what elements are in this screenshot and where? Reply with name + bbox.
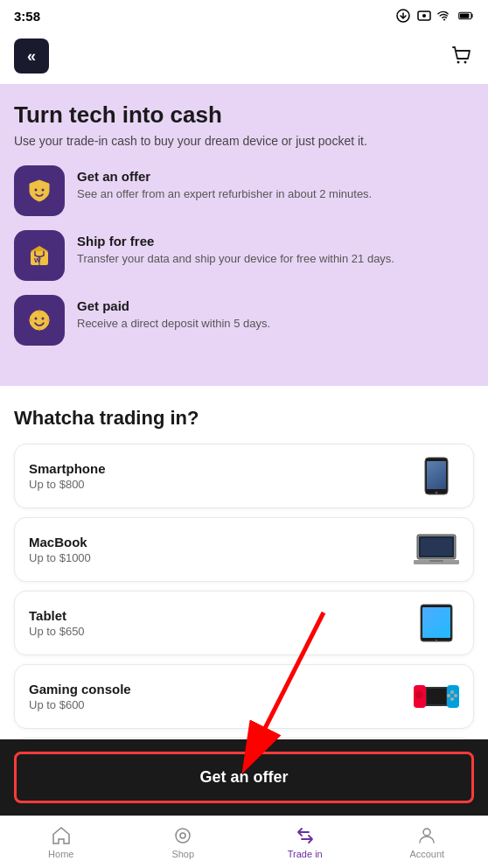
step-paid-text: Get paid Receive a direct deposit within…	[77, 295, 270, 332]
trade-item-macbook-name: MacBook	[29, 535, 91, 550]
svg-point-34	[450, 697, 454, 701]
svg-point-39	[176, 829, 190, 843]
svg-rect-22	[429, 560, 443, 562]
svg-rect-26	[422, 607, 450, 638]
step-offer-desc: See an offer from an expert refurbisher …	[77, 186, 372, 202]
back-icon: «	[27, 47, 36, 66]
top-nav: «	[0, 32, 488, 84]
tablet-thumb	[414, 604, 459, 642]
svg-point-2	[422, 14, 426, 18]
status-bar: 3:58	[0, 0, 488, 32]
svg-point-7	[464, 61, 467, 64]
svg-point-40	[180, 833, 185, 838]
smile-coin-icon	[26, 307, 52, 333]
nav-item-home[interactable]: Home	[0, 825, 122, 859]
svg-rect-23	[421, 538, 452, 556]
battery-icon	[458, 8, 474, 24]
nav-account-label: Account	[409, 849, 444, 859]
svg-point-8	[35, 189, 38, 192]
nav-item-account[interactable]: Account	[366, 825, 489, 859]
svg-point-6	[457, 61, 460, 64]
svg-point-12	[30, 311, 49, 330]
svg-rect-17	[427, 461, 446, 489]
download-icon	[395, 8, 411, 24]
trade-item-tablet[interactable]: Tablet Up to $650	[14, 591, 474, 655]
nav-home-label: Home	[48, 849, 73, 859]
trade-item-console[interactable]: Gaming console Up to $600	[14, 664, 474, 729]
back-button[interactable]: «	[14, 38, 49, 74]
step-ship-desc: Transfer your data and ship your device …	[77, 251, 394, 267]
step-ship: W Ship for free Transfer your data and s…	[14, 230, 474, 281]
svg-point-13	[35, 318, 38, 320]
svg-point-31	[415, 691, 422, 698]
trading-title: Whatcha trading in?	[14, 407, 474, 430]
hero-title: Turn tech into cash	[14, 102, 474, 129]
trade-in-icon	[295, 825, 316, 846]
cart-icon[interactable]	[450, 44, 474, 68]
storage-icon	[416, 8, 432, 24]
nav-item-trade-in[interactable]: Trade in	[244, 825, 366, 859]
svg-point-14	[42, 318, 45, 320]
bottom-nav: Home Shop Trade in Account	[0, 816, 488, 868]
trade-item-console-name: Gaming console	[29, 682, 131, 696]
svg-point-35	[447, 694, 450, 697]
trade-item-smartphone-name: Smartphone	[29, 461, 106, 476]
status-icons	[395, 8, 474, 24]
account-icon	[416, 825, 437, 846]
shield-smile-icon	[26, 178, 52, 204]
step-offer-icon-box	[14, 165, 65, 216]
svg-point-32	[450, 690, 454, 694]
step-ship-icon-box: W	[14, 230, 65, 281]
trade-item-tablet-price: Up to $650	[29, 625, 85, 638]
get-offer-button[interactable]: Get an offer	[14, 752, 474, 803]
nav-shop-label: Shop	[171, 849, 194, 859]
trade-item-smartphone-price: Up to $800	[29, 478, 106, 491]
hero-subtitle: Use your trade-in cash to buy your dream…	[14, 134, 474, 148]
trade-item-tablet-name: Tablet	[29, 608, 85, 623]
step-offer-text: Get an offer See an offer from an expert…	[77, 165, 372, 202]
trade-item-console-price: Up to $600	[29, 698, 131, 711]
svg-text:W: W	[34, 256, 41, 264]
svg-point-18	[436, 492, 438, 494]
bottom-cta-bar: Get an offer	[0, 739, 488, 816]
svg-point-41	[423, 829, 430, 836]
box-icon: W	[26, 242, 52, 269]
status-time: 3:58	[14, 9, 40, 24]
svg-point-3	[443, 18, 445, 20]
home-icon	[51, 825, 72, 846]
smartphone-thumb	[414, 457, 459, 495]
step-get-offer: Get an offer See an offer from an expert…	[14, 165, 474, 216]
trade-item-macbook[interactable]: MacBook Up to $1000	[14, 517, 474, 582]
step-paid-icon-box	[14, 295, 65, 346]
svg-point-33	[454, 694, 457, 697]
step-paid-title: Get paid	[77, 298, 270, 313]
svg-rect-36	[427, 689, 446, 704]
svg-rect-5	[460, 13, 470, 18]
wifi-icon	[437, 8, 453, 24]
hero-section: Turn tech into cash Use your trade-in ca…	[0, 84, 488, 386]
trade-item-smartphone[interactable]: Smartphone Up to $800	[14, 444, 474, 508]
nav-item-shop[interactable]: Shop	[122, 825, 245, 859]
step-paid: Get paid Receive a direct deposit within…	[14, 295, 474, 346]
macbook-thumb	[414, 530, 459, 569]
trade-item-macbook-price: Up to $1000	[29, 551, 91, 564]
step-offer-title: Get an offer	[77, 169, 372, 184]
svg-point-9	[42, 189, 45, 192]
shop-icon	[172, 825, 193, 846]
console-thumb	[414, 677, 459, 716]
nav-trade-label: Trade in	[288, 849, 323, 859]
svg-point-27	[436, 640, 437, 641]
step-paid-desc: Receive a direct deposit within 5 days.	[77, 316, 270, 332]
step-ship-title: Ship for free	[77, 234, 394, 248]
step-ship-text: Ship for free Transfer your data and shi…	[77, 230, 394, 267]
